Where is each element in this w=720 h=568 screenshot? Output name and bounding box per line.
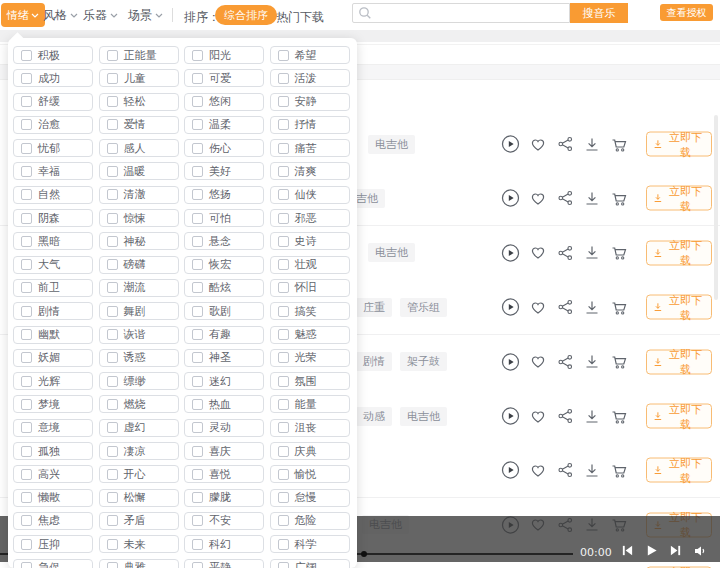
checkbox[interactable] xyxy=(192,236,203,247)
mood-checkbox-item[interactable]: 安静 xyxy=(270,93,350,111)
mood-checkbox-item[interactable]: 黑暗 xyxy=(13,232,93,250)
search-music-button[interactable]: 搜音乐 xyxy=(570,3,628,23)
mood-checkbox-item[interactable]: 诱惑 xyxy=(99,349,179,367)
row-play-button[interactable] xyxy=(501,135,520,154)
mood-checkbox-item[interactable]: 光荣 xyxy=(270,349,350,367)
mood-checkbox-item[interactable]: 典雅 xyxy=(99,559,179,568)
mood-checkbox-item[interactable]: 压抑 xyxy=(13,535,93,553)
row-play-button[interactable] xyxy=(501,461,520,480)
download-now-button[interactable]: 立即下载 xyxy=(646,295,712,320)
checkbox[interactable] xyxy=(278,399,289,410)
checkbox[interactable] xyxy=(107,352,118,363)
checkbox[interactable] xyxy=(21,189,32,200)
checkbox[interactable] xyxy=(278,492,289,503)
checkbox[interactable] xyxy=(192,306,203,317)
checkbox[interactable] xyxy=(192,50,203,61)
checkbox[interactable] xyxy=(107,469,118,480)
player-progress-knob[interactable] xyxy=(361,551,367,557)
checkbox[interactable] xyxy=(21,236,32,247)
mood-checkbox-item[interactable]: 史诗 xyxy=(270,232,350,250)
mood-checkbox-item[interactable]: 前卫 xyxy=(13,279,93,297)
row-add-to-cart-button[interactable] xyxy=(609,352,628,371)
checkbox[interactable] xyxy=(107,329,118,340)
mood-checkbox-item[interactable]: 梦境 xyxy=(13,395,93,413)
checkbox[interactable] xyxy=(107,492,118,503)
mood-checkbox-item[interactable]: 广阔 xyxy=(270,559,350,568)
checkbox[interactable] xyxy=(278,376,289,387)
row-play-button[interactable] xyxy=(501,352,520,371)
row-play-button[interactable] xyxy=(501,189,520,208)
mood-checkbox-item[interactable]: 感人 xyxy=(99,139,179,157)
mood-checkbox-item[interactable]: 开心 xyxy=(99,465,179,483)
row-download-icon-button[interactable] xyxy=(582,189,601,208)
mood-checkbox-item[interactable]: 急促 xyxy=(13,559,93,568)
mood-checkbox-item[interactable]: 悠闲 xyxy=(184,93,264,111)
checkbox[interactable] xyxy=(21,492,32,503)
next-track-button[interactable] xyxy=(668,543,683,558)
mood-checkbox-item[interactable]: 神秘 xyxy=(99,232,179,250)
checkbox[interactable] xyxy=(107,96,118,107)
row-share-button[interactable] xyxy=(556,407,575,426)
checkbox[interactable] xyxy=(192,422,203,433)
checkbox[interactable] xyxy=(278,50,289,61)
row-favorite-button[interactable] xyxy=(528,461,547,480)
checkbox[interactable] xyxy=(21,352,32,363)
checkbox[interactable] xyxy=(107,399,118,410)
mood-checkbox-item[interactable]: 沮丧 xyxy=(270,419,350,437)
mood-checkbox-item[interactable]: 可爱 xyxy=(184,69,264,87)
row-download-icon-button[interactable] xyxy=(582,135,601,154)
mood-checkbox-item[interactable]: 温柔 xyxy=(184,116,264,134)
checkbox[interactable] xyxy=(107,213,118,224)
mood-checkbox-item[interactable]: 幸福 xyxy=(13,162,93,180)
checkbox[interactable] xyxy=(192,189,203,200)
checkbox[interactable] xyxy=(278,213,289,224)
mood-checkbox-item[interactable]: 缥缈 xyxy=(99,372,179,390)
checkbox[interactable] xyxy=(21,515,32,526)
mood-checkbox-item[interactable]: 悬念 xyxy=(184,232,264,250)
sort-comprehensive-button[interactable]: 综合排序 xyxy=(215,5,277,25)
mood-checkbox-item[interactable]: 孤独 xyxy=(13,442,93,460)
mood-checkbox-item[interactable]: 剧情 xyxy=(13,302,93,320)
mood-checkbox-item[interactable]: 搞笑 xyxy=(270,302,350,320)
checkbox[interactable] xyxy=(21,562,32,568)
mood-checkbox-item[interactable]: 磅礴 xyxy=(99,256,179,274)
row-play-button[interactable] xyxy=(501,243,520,262)
mood-checkbox-item[interactable]: 未来 xyxy=(99,535,179,553)
checkbox[interactable] xyxy=(21,143,32,154)
row-favorite-button[interactable] xyxy=(528,407,547,426)
checkbox[interactable] xyxy=(107,119,118,130)
checkbox[interactable] xyxy=(192,492,203,503)
checkbox[interactable] xyxy=(107,562,118,568)
row-favorite-button[interactable] xyxy=(528,352,547,371)
mood-checkbox-item[interactable]: 美好 xyxy=(184,162,264,180)
checkbox[interactable] xyxy=(21,96,32,107)
mood-checkbox-item[interactable]: 自然 xyxy=(13,186,93,204)
filter-style-button[interactable]: 风格 xyxy=(43,3,78,27)
mood-checkbox-item[interactable]: 能量 xyxy=(270,395,350,413)
mood-checkbox-item[interactable]: 可怕 xyxy=(184,209,264,227)
checkbox[interactable] xyxy=(21,399,32,410)
mood-checkbox-item[interactable]: 幽默 xyxy=(13,326,93,344)
download-now-button[interactable]: 立即下载 xyxy=(646,349,712,374)
mood-checkbox-item[interactable]: 恢宏 xyxy=(184,256,264,274)
mood-checkbox-item[interactable]: 凄凉 xyxy=(99,442,179,460)
checkbox[interactable] xyxy=(278,259,289,270)
row-add-to-cart-button[interactable] xyxy=(609,135,628,154)
row-download-icon-button[interactable] xyxy=(582,461,601,480)
play-button[interactable] xyxy=(644,543,659,558)
mood-checkbox-item[interactable]: 儿童 xyxy=(99,69,179,87)
mood-checkbox-item[interactable]: 光辉 xyxy=(13,372,93,390)
checkbox[interactable] xyxy=(278,562,289,568)
row-play-button[interactable] xyxy=(501,407,520,426)
row-play-button[interactable] xyxy=(501,298,520,317)
checkbox[interactable] xyxy=(192,469,203,480)
mood-checkbox-item[interactable]: 氛围 xyxy=(270,372,350,390)
filter-scene-button[interactable]: 场景 xyxy=(128,3,163,27)
checkbox[interactable] xyxy=(107,446,118,457)
mood-checkbox-item[interactable]: 大气 xyxy=(13,256,93,274)
checkbox[interactable] xyxy=(107,306,118,317)
mood-checkbox-item[interactable]: 焦虑 xyxy=(13,512,93,530)
checkbox[interactable] xyxy=(192,446,203,457)
checkbox[interactable] xyxy=(21,446,32,457)
checkbox[interactable] xyxy=(192,562,203,568)
